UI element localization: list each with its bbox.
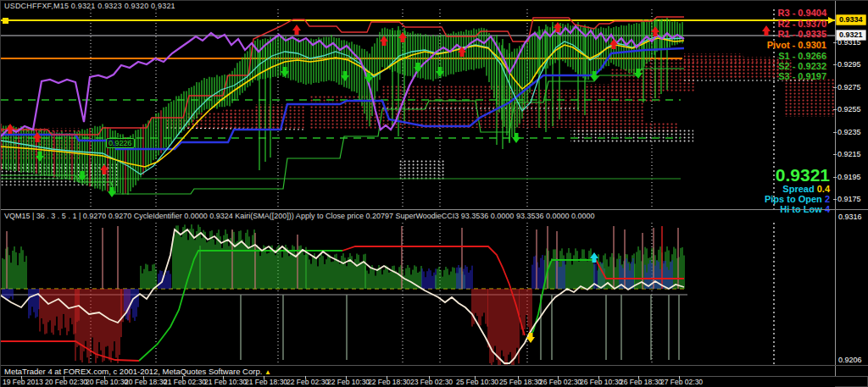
date-tick-label: 27 Feb 02:30 (660, 378, 703, 386)
connection-icon: ▲ (264, 368, 271, 376)
spread-row: Spread 0.4 (765, 184, 830, 194)
date-tick-mark (387, 376, 387, 379)
status-divider (1, 365, 868, 366)
date-tick-label: 26 Feb 02:30 (539, 378, 581, 386)
pivot-label: R2 - 0.9370 (778, 19, 826, 29)
panel-splitter[interactable] (1, 209, 868, 210)
pivot-label: S3 - 0.9197 (778, 71, 826, 81)
price-axis[interactable]: 0.9334 0.9321 0.93150.92950.92750.92550.… (835, 1, 868, 377)
price-tick: 0.9215 (837, 150, 861, 158)
price-tick: 0.9175 (837, 195, 861, 203)
date-tick-label: 22 Feb 02:30 (287, 378, 329, 386)
main-price-chart[interactable] (1, 1, 835, 209)
date-tick-label: 20 Feb 10:30 (86, 378, 128, 386)
indicator-axis-min: 0.9206 (838, 356, 862, 364)
quote-panel: 0.9321 Spread 0.4 Pips to Open 2 Hi to L… (765, 167, 830, 214)
ichimoku-cloud-red (785, 79, 835, 117)
date-tick-mark (182, 376, 183, 379)
date-tick-mark (143, 376, 144, 379)
date-tick-label: 21 Feb 02:30 (164, 378, 206, 386)
date-tick-label: 26 Feb 18:30 (620, 378, 662, 386)
pivot-label: R3 - 0.9404 (778, 8, 826, 18)
ichimoku-cloud-white (398, 160, 444, 180)
date-tick-mark (64, 376, 64, 379)
date-tick-label: 25 Feb 10:30 (456, 378, 498, 386)
pips-to-open-row: Pips to Open 2 (765, 194, 830, 204)
pivot-label: R1 - 0.9335 (778, 29, 826, 39)
date-tick-mark (305, 376, 306, 379)
pivot-label: Pivot - 0.9301 (767, 40, 826, 50)
date-tick-mark (475, 376, 476, 379)
pivot-label: S2 - 0.9232 (778, 61, 826, 71)
price-tick: 0.9295 (837, 60, 861, 69)
date-tick-label: 21 Feb 18:30 (245, 378, 287, 386)
price-annotation-box: 0.9226 (106, 138, 135, 148)
date-tick-mark (598, 376, 599, 379)
price-tick: 0.9275 (837, 83, 861, 91)
date-tick-label: 21 Feb 10:30 (204, 378, 247, 386)
date-tick-mark (638, 376, 639, 379)
date-tick-mark (429, 376, 430, 379)
current-price-display: 0.9321 (765, 167, 830, 184)
pivot-label: S1 - 0.9266 (778, 51, 826, 61)
date-tick-mark (558, 376, 559, 379)
price-tick: 0.9235 (837, 128, 861, 136)
date-tick-label: 23 Feb 02:30 (410, 378, 453, 386)
alert-price-tag: 0.9334 (836, 14, 866, 25)
alert-line-handle[interactable] (3, 18, 8, 24)
ichimoku-cloud-white (570, 130, 693, 143)
price-tick: 0.9255 (837, 105, 861, 113)
date-tick-label: 22 Feb 10:30 (327, 378, 370, 386)
date-tick-mark (223, 376, 224, 379)
indicator-panel[interactable] (1, 223, 835, 365)
symbol-ohlc-label: USDCHFFXF,M15 0.9321 0.9323 0.9320 0.932… (4, 2, 175, 10)
indicator-axis-max: 0.9316 (838, 213, 862, 221)
mt4-chart-window: USDCHFFXF,M15 0.9321 0.9323 0.9320 0.932… (0, 0, 868, 387)
spread-value: 0.4 (817, 184, 830, 194)
date-tick-mark (346, 376, 347, 379)
status-bar: MetaTrader 4 at FOREX.com, c 2001-2012, … (4, 367, 271, 376)
date-tick-label: 20 Feb 18:30 (125, 378, 167, 386)
date-tick-mark (104, 376, 105, 379)
pips-to-open-value: 2 (825, 194, 830, 204)
indicator-header-label: VQM15 | 36 . 3 . 5 . 1 | 0.9270 0.9270 C… (4, 212, 594, 220)
date-tick-mark (679, 376, 680, 379)
date-tick-label: 20 Feb 02:30 (45, 378, 87, 386)
price-tick: 0.9195 (837, 173, 861, 181)
date-axis[interactable]: 19 Feb 201320 Feb 02:3020 Feb 10:3020 Fe… (1, 377, 835, 387)
date-tick-label: 25 Feb 18:30 (499, 378, 542, 386)
date-tick-mark (264, 376, 264, 379)
date-tick-mark (21, 376, 22, 379)
price-tick: 0.9315 (837, 38, 861, 47)
date-tick-label: 19 Feb 2013 (3, 378, 43, 386)
date-tick-label: 26 Feb 10:30 (580, 378, 622, 386)
date-tick-mark (518, 376, 519, 379)
date-tick-label: 22 Feb 18:30 (368, 378, 410, 386)
